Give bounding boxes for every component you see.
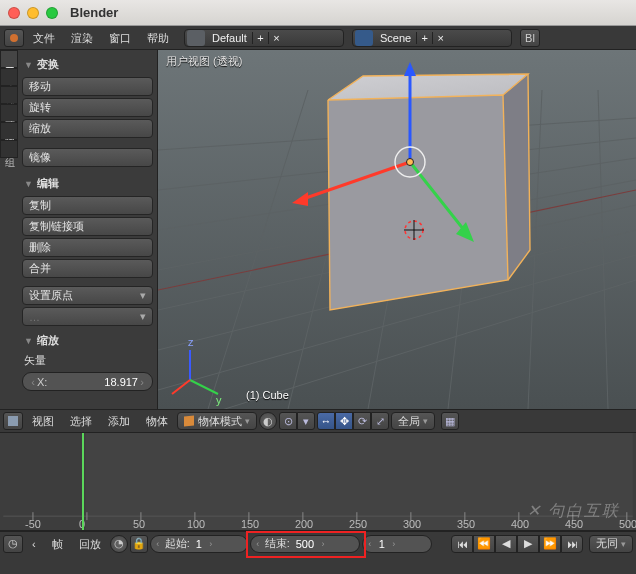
panel-edit-header[interactable]: 编辑 bbox=[22, 173, 153, 194]
manip-rotate-icon[interactable]: ⟳ bbox=[353, 412, 371, 430]
timeline-editor-type-icon[interactable]: ◷ bbox=[3, 535, 23, 553]
menu-render[interactable]: 渲染 bbox=[64, 26, 100, 50]
btn-rotate[interactable]: 旋转 bbox=[22, 98, 153, 117]
shelf-body: 变换 移动 旋转 缩放 镜像 编辑 复制 复制链接项 删除 合并 设置原点 … … bbox=[18, 50, 157, 409]
manip-scale-icon[interactable]: ⤢ bbox=[371, 412, 389, 430]
tl-menu-view[interactable]: ‹ bbox=[25, 532, 43, 556]
scale-x-value: 18.917 bbox=[104, 376, 138, 388]
svg-text:250: 250 bbox=[349, 518, 367, 530]
scene-selector[interactable]: Scene + × bbox=[352, 29, 512, 47]
active-object-label: (1) Cube bbox=[246, 389, 289, 401]
layout-remove-icon[interactable]: × bbox=[268, 32, 284, 44]
panel-transform-header[interactable]: 变换 bbox=[22, 54, 153, 75]
frame-end-field[interactable]: ‹ 结束: 500 › bbox=[250, 535, 360, 553]
shelf-tab-create[interactable]: 创建 bbox=[0, 68, 18, 86]
btn-move[interactable]: 移动 bbox=[22, 77, 153, 96]
mode-label: 物体模式 bbox=[198, 414, 242, 429]
svg-text:50: 50 bbox=[133, 518, 145, 530]
svg-point-0 bbox=[10, 34, 18, 42]
timeline-header: ◷ ‹ 帧 回放 ◔ 🔒 ‹ 起始: 1 › ‹ 结束: 500 › ‹ 1 ›… bbox=[0, 531, 636, 555]
scene-add-icon[interactable]: + bbox=[416, 32, 432, 44]
svg-text:z: z bbox=[188, 336, 194, 348]
manipulator-toggle-icon[interactable]: ↔ bbox=[317, 412, 335, 430]
shelf-tab-animation[interactable]: 动画 bbox=[0, 104, 18, 122]
layers-icon[interactable]: ▦ bbox=[441, 412, 459, 430]
btn-join[interactable]: 合并 bbox=[22, 259, 153, 278]
start-decrement-icon[interactable]: ‹ bbox=[153, 539, 163, 549]
vp-menu-add[interactable]: 添加 bbox=[101, 409, 137, 433]
svg-text:y: y bbox=[216, 394, 222, 406]
btn-scale[interactable]: 缩放 bbox=[22, 119, 153, 138]
sync-mode-selector[interactable]: 无同 bbox=[589, 535, 633, 553]
tl-label-playback[interactable]: 回放 bbox=[72, 532, 108, 556]
mode-selector[interactable]: 物体模式 bbox=[177, 412, 257, 430]
menu-file[interactable]: 文件 bbox=[26, 26, 62, 50]
shading-selector-icon[interactable]: ◐ bbox=[259, 412, 277, 430]
watermark-text: ✕ 句白互联 bbox=[527, 501, 620, 522]
vp-menu-select[interactable]: 选择 bbox=[63, 409, 99, 433]
end-decrement-icon[interactable]: ‹ bbox=[253, 539, 263, 549]
editor-type-icon[interactable] bbox=[4, 29, 24, 47]
shelf-tab-physics[interactable]: 物理 bbox=[0, 122, 18, 140]
field-decrement-icon[interactable]: ‹ bbox=[29, 376, 37, 388]
tl-sync-icon[interactable]: ◔ bbox=[110, 535, 128, 553]
start-increment-icon[interactable]: › bbox=[206, 539, 216, 549]
play-reverse-icon[interactable]: ◀ bbox=[495, 535, 517, 553]
btn-set-origin2[interactable]: … bbox=[22, 307, 153, 326]
jump-start-icon[interactable]: ⏮ bbox=[451, 535, 473, 553]
svg-text:350: 350 bbox=[457, 518, 475, 530]
engine-button[interactable]: Bl bbox=[520, 29, 540, 47]
close-window-icon[interactable] bbox=[8, 7, 20, 19]
main-layout: 工具 创建 关系 动画 物理 组 变换 移动 旋转 缩放 镜像 编辑 复制 复制… bbox=[0, 50, 636, 409]
minimize-window-icon[interactable] bbox=[27, 7, 39, 19]
svg-text:150: 150 bbox=[241, 518, 259, 530]
keyframe-prev-icon[interactable]: ⏪ bbox=[473, 535, 495, 553]
jump-end-icon[interactable]: ⏭ bbox=[561, 535, 583, 553]
btn-duplicate[interactable]: 复制 bbox=[22, 196, 153, 215]
menu-help[interactable]: 帮助 bbox=[140, 26, 176, 50]
shelf-tab-relations[interactable]: 关系 bbox=[0, 86, 18, 104]
start-value: 1 bbox=[192, 538, 206, 550]
keyframe-next-icon[interactable]: ⏩ bbox=[539, 535, 561, 553]
scene-remove-icon[interactable]: × bbox=[432, 32, 448, 44]
window-titlebar: Blender bbox=[0, 0, 636, 26]
manipulator-group: ↔ ✥ ⟳ ⤢ bbox=[317, 412, 389, 430]
vp-menu-view[interactable]: 视图 bbox=[25, 409, 61, 433]
cur-decrement-icon[interactable]: ‹ bbox=[365, 539, 375, 549]
panel-last-op-header[interactable]: 缩放 bbox=[22, 330, 153, 351]
manip-translate-icon[interactable]: ✥ bbox=[335, 412, 353, 430]
btn-delete[interactable]: 删除 bbox=[22, 238, 153, 257]
shelf-tab-group[interactable]: 组 bbox=[0, 140, 18, 158]
viewport-editor-type-icon[interactable] bbox=[3, 412, 23, 430]
pivot-group: ⊙ ▾ bbox=[279, 412, 315, 430]
vp-menu-object[interactable]: 物体 bbox=[139, 409, 175, 433]
layout-selector[interactable]: Default + × bbox=[184, 29, 344, 47]
shelf-tab-tools[interactable]: 工具 bbox=[0, 50, 18, 68]
btn-duplicate-linked[interactable]: 复制链接项 bbox=[22, 217, 153, 236]
current-frame-field[interactable]: ‹ 1 › bbox=[362, 535, 432, 553]
btn-set-origin[interactable]: 设置原点 bbox=[22, 286, 153, 305]
3d-viewport[interactable]: z y 用户视图 (透视) (1) Cube bbox=[158, 50, 636, 409]
app-title: Blender bbox=[70, 5, 118, 20]
end-increment-icon[interactable]: › bbox=[318, 539, 328, 549]
traffic-lights bbox=[8, 7, 58, 19]
layout-name: Default bbox=[207, 32, 252, 44]
orientation-selector[interactable]: 全局 bbox=[391, 412, 435, 430]
layout-add-icon[interactable]: + bbox=[252, 32, 268, 44]
timeline-playhead[interactable] bbox=[82, 433, 84, 530]
cur-increment-icon[interactable]: › bbox=[389, 539, 399, 549]
field-increment-icon[interactable]: › bbox=[138, 376, 146, 388]
scale-x-field[interactable]: ‹ X: 18.917 › bbox=[22, 372, 153, 391]
menu-window[interactable]: 窗口 bbox=[102, 26, 138, 50]
pivot-selector-icon[interactable]: ⊙ bbox=[279, 412, 297, 430]
frame-start-field[interactable]: ‹ 起始: 1 › bbox=[150, 535, 248, 553]
info-header: 文件 渲染 窗口 帮助 Default + × Scene + × Bl bbox=[0, 26, 636, 50]
end-label: 结束: bbox=[263, 536, 292, 551]
btn-mirror[interactable]: 镜像 bbox=[22, 148, 153, 167]
pivot-extra-icon[interactable]: ▾ bbox=[297, 412, 315, 430]
tl-lock-icon[interactable]: 🔒 bbox=[130, 535, 148, 553]
maximize-window-icon[interactable] bbox=[46, 7, 58, 19]
end-value: 500 bbox=[292, 538, 318, 550]
tl-label-frame[interactable]: 帧 bbox=[45, 532, 70, 556]
play-icon[interactable]: ▶ bbox=[517, 535, 539, 553]
